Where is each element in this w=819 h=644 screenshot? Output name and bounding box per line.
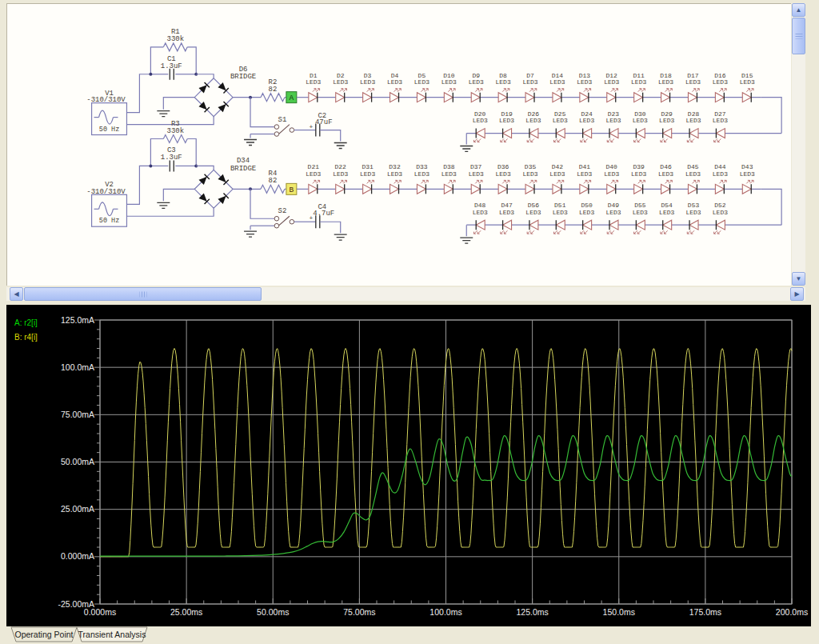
scroll-right-button[interactable]: ▶ bbox=[790, 287, 804, 301]
led-type: LED3 bbox=[685, 117, 701, 124]
led-D28[interactable]: D28LED3 bbox=[685, 110, 701, 142]
x-axis-label: 100.0ms bbox=[429, 607, 461, 617]
schematic-vertical-scrollbar[interactable]: ▲ ▼ bbox=[792, 3, 805, 286]
led-D20[interactable]: D20LED3 bbox=[473, 110, 488, 142]
symbol-stroke bbox=[501, 139, 508, 142]
symbol-stroke bbox=[719, 180, 726, 183]
symbol-stroke bbox=[692, 89, 699, 92]
analysis-tab-bar: Operating Point Transient Analysis bbox=[0, 626, 819, 644]
led-D52[interactable]: D52LED3 bbox=[713, 202, 728, 234]
led-triangle bbox=[716, 129, 725, 138]
capacitor-C4[interactable]: +C44.7uF bbox=[309, 203, 334, 228]
led-D19[interactable]: D19LED3 bbox=[499, 110, 514, 142]
y-axis-label: 125.0mA bbox=[61, 315, 94, 325]
led-triangle bbox=[607, 184, 616, 194]
scroll-up-button[interactable]: ▲ bbox=[792, 3, 805, 17]
led-D27[interactable]: D27LED3 bbox=[713, 110, 728, 142]
voltage-source-V2[interactable]: V2-310/310V50 Hz bbox=[86, 181, 126, 226]
led-type: LED3 bbox=[659, 117, 674, 124]
led-triangle bbox=[390, 184, 399, 194]
led-D51[interactable]: D51LED3 bbox=[553, 202, 568, 234]
circuit-V2: V2-310/310V50 HzR3330kC31.3uFD34BRIDGER4… bbox=[86, 120, 781, 244]
capacitor-C2[interactable]: +C247uF bbox=[309, 112, 332, 137]
x-axis-label: 25.00ms bbox=[170, 607, 202, 617]
plot-legend: A: r2[i]B: r4[i] bbox=[14, 318, 38, 342]
transient-plot-area[interactable]: 125.0mA100.0mA75.00mA50.00mA25.00mA0.000… bbox=[6, 305, 811, 626]
led-type: LED3 bbox=[387, 170, 402, 178]
led-D49[interactable]: D49LED3 bbox=[605, 202, 621, 234]
led-D25[interactable]: D25LED3 bbox=[553, 110, 568, 142]
led-D24[interactable]: D24LED3 bbox=[579, 110, 594, 142]
circuit-V1: V1-310/310V50 HzR1330kC11.3uFD6BRIDGER28… bbox=[86, 28, 781, 152]
switch-S1[interactable]: S1 bbox=[274, 116, 294, 137]
led-triangle bbox=[636, 129, 645, 138]
led-D48[interactable]: D48LED3 bbox=[473, 202, 488, 234]
symbol-stroke bbox=[529, 89, 537, 92]
led-triangle bbox=[525, 184, 534, 194]
led-type: LED3 bbox=[659, 209, 674, 216]
led-type: LED3 bbox=[577, 170, 592, 178]
led-D56[interactable]: D56LED3 bbox=[525, 202, 541, 234]
bridge-D34[interactable]: D34BRIDGE bbox=[194, 157, 256, 208]
led-type: LED3 bbox=[713, 209, 728, 216]
led-type: LED3 bbox=[387, 78, 402, 86]
x-axis-label: 0.000ms bbox=[84, 607, 116, 617]
led-D47[interactable]: D47LED3 bbox=[499, 202, 514, 234]
led-D55[interactable]: D55LED3 bbox=[633, 202, 648, 234]
resistor-R2[interactable]: R282 bbox=[261, 78, 285, 102]
led-D53[interactable]: D53LED3 bbox=[685, 202, 701, 234]
led-type: LED3 bbox=[306, 170, 321, 178]
probe-B[interactable]: B bbox=[286, 183, 297, 194]
led-D23[interactable]: D23LED3 bbox=[605, 110, 621, 142]
capacitor-value: 47uF bbox=[315, 118, 333, 126]
led-D54[interactable]: D54LED3 bbox=[659, 202, 674, 234]
led-D29[interactable]: D29LED3 bbox=[659, 110, 674, 142]
led-triangle bbox=[636, 220, 645, 230]
led-type: LED3 bbox=[496, 170, 511, 178]
junction-dot bbox=[149, 73, 152, 76]
led-triangle bbox=[309, 184, 318, 194]
vertical-scroll-thumb[interactable] bbox=[792, 18, 805, 54]
probe-A[interactable]: A bbox=[286, 92, 297, 103]
schematic-horizontal-scrollbar[interactable]: ◀ ▶ bbox=[6, 287, 805, 301]
bridge-type: BRIDGE bbox=[230, 165, 256, 173]
symbol-stroke bbox=[687, 230, 694, 234]
led-D50[interactable]: D50LED3 bbox=[579, 202, 594, 234]
voltage-source-V1[interactable]: V1-310/310V50 Hz bbox=[86, 90, 126, 135]
led-D30[interactable]: D30LED3 bbox=[633, 110, 648, 142]
symbol-stroke bbox=[714, 230, 721, 234]
symbol-stroke bbox=[340, 180, 347, 183]
capacitor-C1[interactable]: C11.3uF bbox=[150, 55, 196, 80]
led-type: LED3 bbox=[414, 78, 429, 86]
scroll-down-button[interactable]: ▼ bbox=[792, 272, 805, 286]
symbol-stroke bbox=[554, 230, 561, 234]
schematic-canvas[interactable]: V1-310/310V50 HzR1330kC11.3uFD6BRIDGER28… bbox=[6, 3, 791, 286]
led-D26[interactable]: D26LED3 bbox=[525, 110, 541, 142]
led-triangle bbox=[634, 93, 643, 102]
led-type: LED3 bbox=[713, 117, 728, 124]
y-axis-label: 50.00mA bbox=[61, 457, 94, 466]
resistor-R4[interactable]: R482 bbox=[261, 170, 285, 193]
bridge-D6[interactable]: D6BRIDGE bbox=[194, 66, 256, 117]
symbol-stroke bbox=[607, 139, 614, 142]
resistor-zigzag bbox=[261, 185, 285, 193]
symbol-stroke bbox=[244, 231, 257, 237]
led-triangle bbox=[471, 184, 480, 194]
tab-transient-analysis[interactable]: Transient Analysis bbox=[77, 627, 147, 642]
x-axis-label: 125.0ms bbox=[516, 607, 548, 617]
x-axis-label: 175.0ms bbox=[689, 607, 721, 617]
capacitor-C3[interactable]: C31.3uF bbox=[150, 146, 196, 171]
resistor-zigzag bbox=[163, 135, 187, 143]
source-range: -310/310V bbox=[86, 96, 126, 104]
tab-operating-point[interactable]: Operating Point bbox=[11, 627, 77, 642]
symbol-stroke bbox=[460, 146, 473, 151]
symbol-stroke bbox=[340, 89, 347, 92]
scroll-left-button[interactable]: ◀ bbox=[10, 287, 23, 301]
wire bbox=[196, 74, 214, 78]
horizontal-scroll-thumb[interactable] bbox=[24, 287, 262, 301]
switch-S2[interactable]: S2 bbox=[274, 207, 294, 228]
symbol-stroke bbox=[638, 89, 645, 92]
capacitor-value: 1.3uF bbox=[161, 154, 182, 162]
capacitor-value: 4.7uF bbox=[313, 210, 334, 218]
led-triangle bbox=[609, 220, 618, 230]
